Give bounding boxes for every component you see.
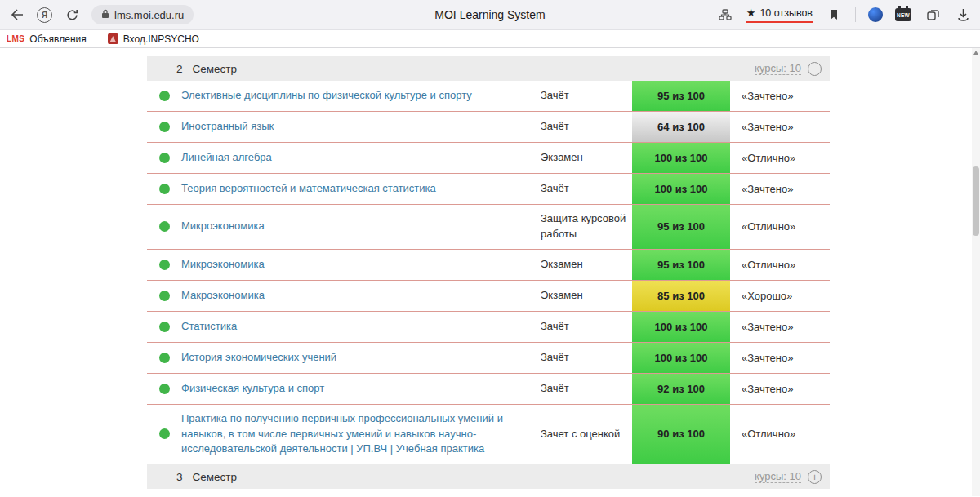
course-link[interactable]: Теория вероятностей и математическая ста… <box>181 181 436 197</box>
reviews-rating[interactable]: ★ 10 отзывов <box>746 7 813 23</box>
bookmark-announcements[interactable]: LMS Объявления <box>7 33 87 45</box>
yandex-icon[interactable]: Я <box>37 7 52 23</box>
course-link[interactable]: Микроэкономика <box>181 257 265 273</box>
grade-value: «Отлично» <box>730 143 830 173</box>
scrollbar-track[interactable] <box>972 48 980 496</box>
scrollbar-thumb[interactable] <box>973 166 979 236</box>
tab-groups-icon[interactable] <box>924 6 942 24</box>
status-cell <box>147 405 181 464</box>
courses-count-link[interactable]: курсы: 10 <box>755 470 801 483</box>
reviews-label: 10 отзывов <box>760 7 813 19</box>
score-cell: 100 из 100 <box>632 312 730 342</box>
score-value: 100 из 100 <box>654 321 707 333</box>
status-dot-icon <box>159 322 170 332</box>
status-dot-icon <box>159 353 170 363</box>
status-cell <box>147 112 181 142</box>
status-cell <box>147 81 181 111</box>
expand-semester-icon[interactable]: + <box>808 470 822 484</box>
course-row: Микроэкономика Экзамен 95 из 100 «Отличн… <box>147 250 830 281</box>
course-row: История экономических учений Зачёт 100 и… <box>147 343 830 374</box>
grade-value: «Отлично» <box>730 205 830 249</box>
exam-type: Экзамен <box>541 143 632 173</box>
course-link[interactable]: Физическая культура и спорт <box>181 381 324 397</box>
bookmarks-bar: LMS Объявления Вход.INPSYCHO <box>0 30 980 48</box>
profile-avatar-icon[interactable] <box>868 7 883 22</box>
exam-type: Защита курсовой работы <box>541 205 632 249</box>
grade-value: «Хорошо» <box>730 281 830 311</box>
browser-chrome: Я lms.moi.edu.ru MOI Learning System ★ 1… <box>0 0 980 30</box>
grades-table: 2 Семестр курсы: 10 − Элективные дисципл… <box>147 48 830 489</box>
exam-type: Экзамен <box>541 281 632 311</box>
exam-type: Зачёт <box>541 343 632 373</box>
course-link[interactable]: Макроэкономика <box>181 288 265 304</box>
address-bar[interactable]: lms.moi.edu.ru <box>91 5 194 24</box>
url-text: lms.moi.edu.ru <box>114 9 184 21</box>
grade-value: «Зачтено» <box>730 312 830 342</box>
status-dot-icon <box>159 384 170 394</box>
course-link[interactable]: Элективные дисциплины по физической куль… <box>181 88 472 104</box>
course-link[interactable]: История экономических учений <box>181 350 336 366</box>
status-cell <box>147 174 181 204</box>
course-row: Линейная алгебра Экзамен 100 из 100 «Отл… <box>147 143 830 174</box>
status-dot-icon <box>159 260 170 270</box>
score-value: 100 из 100 <box>654 152 707 164</box>
exam-type: Зачёт <box>541 81 632 111</box>
panel-widgets-icon[interactable] <box>716 6 734 24</box>
score-value: 95 из 100 <box>657 90 705 102</box>
semester-number: 2 <box>176 63 183 75</box>
score-value: 100 из 100 <box>654 352 707 364</box>
course-table-body: Элективные дисциплины по физической куль… <box>147 81 830 464</box>
exam-type: Экзамен <box>541 250 632 280</box>
grade-value: «Зачтено» <box>730 81 830 111</box>
bookmark-label: Вход.INPSYCHO <box>123 33 199 45</box>
course-row: Статистика Зачёт 100 из 100 «Зачтено» <box>147 312 830 343</box>
status-dot-icon <box>159 221 170 232</box>
status-dot-icon <box>159 91 170 101</box>
bookmark-icon[interactable] <box>825 6 843 24</box>
score-cell: 64 из 100 <box>632 112 730 142</box>
course-link[interactable]: Практика по получению первичных професси… <box>181 411 532 458</box>
course-link[interactable]: Статистика <box>181 319 237 335</box>
course-link[interactable]: Линейная алгебра <box>181 150 272 166</box>
refresh-icon[interactable] <box>63 6 81 24</box>
semester-number: 3 <box>176 471 183 483</box>
downloads-icon[interactable] <box>954 6 972 24</box>
course-row: Макроэкономика Экзамен 85 из 100 «Хорошо… <box>147 281 830 312</box>
status-cell <box>147 312 181 342</box>
semester-header-2: 2 Семестр курсы: 10 − <box>147 56 830 81</box>
back-icon[interactable] <box>8 6 26 24</box>
score-value: 90 из 100 <box>657 428 705 440</box>
semester-label: Семестр <box>193 63 238 75</box>
course-row: Практика по получению первичных професси… <box>147 405 830 465</box>
grade-value: «Зачтено» <box>730 374 830 404</box>
grade-value: «Зачтено» <box>730 112 830 142</box>
status-cell <box>147 374 181 404</box>
score-value: 95 из 100 <box>657 220 705 233</box>
status-dot-icon <box>159 291 170 301</box>
collapse-semester-icon[interactable]: − <box>808 62 822 76</box>
course-row: Элективные дисциплины по физической куль… <box>147 81 830 112</box>
score-cell: 92 из 100 <box>632 374 730 404</box>
course-row: Иностранный язык Зачёт 64 из 100 «Зачтен… <box>147 112 830 143</box>
scroll-up-icon[interactable] <box>973 51 978 55</box>
exam-type: Зачёт <box>541 312 632 342</box>
status-cell <box>147 281 181 311</box>
score-cell: 95 из 100 <box>632 81 730 111</box>
score-cell: 100 из 100 <box>632 143 730 173</box>
bookmark-inpsycho[interactable]: Вход.INPSYCHO <box>108 33 199 45</box>
score-cell: 100 из 100 <box>632 343 730 373</box>
calendar-new-icon[interactable]: NEW <box>895 8 911 21</box>
score-cell: 85 из 100 <box>632 281 730 311</box>
star-icon: ★ <box>746 7 756 19</box>
status-dot-icon <box>159 153 170 163</box>
course-link[interactable]: Иностранный язык <box>181 119 274 135</box>
score-value: 95 из 100 <box>657 259 705 271</box>
course-link[interactable]: Микроэкономика <box>181 219 265 234</box>
status-dot-icon <box>159 184 170 194</box>
grade-value: «Зачтено» <box>730 174 830 204</box>
lock-icon <box>101 9 109 21</box>
status-cell <box>147 250 181 280</box>
courses-count-link[interactable]: курсы: 10 <box>755 62 801 75</box>
page-content: 2 Семестр курсы: 10 − Элективные дисципл… <box>0 48 980 496</box>
grade-value: «Отлично» <box>730 405 830 464</box>
